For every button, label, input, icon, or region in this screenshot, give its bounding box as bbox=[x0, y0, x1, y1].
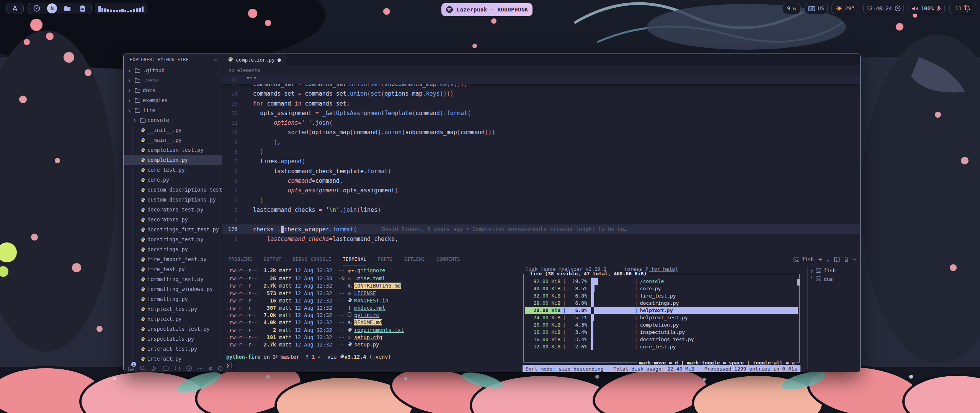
tree-item-custom_descriptions_test.[interactable]: custom_descriptions_test.… bbox=[124, 185, 222, 195]
terminal-dropdown-button[interactable]: ⌄ bbox=[826, 257, 830, 262]
dua-row-helptext_test.py[interactable]: 24.00 KiB|5.1%|helptext_test.py bbox=[525, 314, 798, 321]
code-line[interactable]: 8 ) bbox=[222, 147, 860, 156]
panel-more-button[interactable]: ⋯ bbox=[853, 257, 856, 262]
code-line[interactable]: 1 lastcommand_checks=lastcommand_checks, bbox=[222, 234, 860, 244]
file-link[interactable]: mkdocs.yml bbox=[354, 305, 385, 311]
terminal-output[interactable]: .rw-r--r-- 1.2k matt 12 Aug 12:32 -- git… bbox=[226, 267, 404, 348]
watch-icon[interactable] bbox=[186, 364, 192, 372]
tree-item-.venv[interactable]: ❯ .venv bbox=[124, 75, 222, 85]
code-line[interactable]: 176 checks =check_wrapper.format(David B… bbox=[222, 224, 860, 234]
dots-icon[interactable] bbox=[198, 364, 204, 372]
tree-item-docstrings_test.py[interactable]: docstrings_test.py bbox=[124, 234, 222, 244]
workspace-files[interactable] bbox=[60, 3, 75, 14]
search-icon[interactable] bbox=[140, 364, 146, 372]
debug-icon[interactable] bbox=[151, 364, 157, 372]
tree-item-fire[interactable]: ∨ fire bbox=[124, 105, 222, 115]
dua-row-console[interactable]: 92.00 KiB|19.7%|/console bbox=[525, 278, 798, 285]
tree-item-core_test.py[interactable]: core_test.py bbox=[124, 165, 222, 175]
tree-item-formatting.py[interactable]: formatting.py bbox=[124, 294, 222, 304]
file-listing-row[interactable]: .rw-r--r-- 16 matt 12 Aug 12:32 -- MANIF… bbox=[226, 297, 404, 304]
workspace-documents[interactable] bbox=[75, 3, 90, 14]
terminal-list-item-dua[interactable]: └dua bbox=[808, 275, 859, 283]
workspace-notes[interactable]: N bbox=[44, 3, 60, 14]
files-icon[interactable]: 1 bbox=[128, 364, 134, 372]
dua-row-fire_test.py[interactable]: 32.00 KiB|6.8%|fire_test.py bbox=[525, 292, 798, 299]
panel-tab-output[interactable]: OUTPUT bbox=[264, 253, 281, 265]
breadcrumb[interactable]: no elements bbox=[222, 65, 860, 75]
file-listing-row[interactable]: .rw-r--r-- 2.7k matt 12 Aug 12:32 -- set… bbox=[226, 341, 404, 348]
file-listing-row[interactable]: .rw-r--r-- 4.0k matt 12 Aug 12:32 -- M↓R… bbox=[226, 319, 404, 327]
tree-item-__main__.py[interactable]: __main__.py bbox=[124, 135, 222, 145]
keyboard-layout-widget[interactable]: US bbox=[805, 3, 828, 14]
weather-widget[interactable]: 29° bbox=[831, 3, 859, 14]
panel-tab-ports[interactable]: PORTS bbox=[378, 253, 393, 265]
file-link[interactable]: CONTRIBUTING.md bbox=[354, 283, 401, 289]
code-line[interactable]: 10 sorted(options_map[command].union(sub… bbox=[222, 128, 860, 137]
code-line[interactable]: 12 opts_assignment = _GetOptsAssignmentT… bbox=[222, 108, 860, 118]
explorer-menu-button[interactable]: ⋯ bbox=[214, 57, 217, 63]
volume-widget[interactable]: 100% bbox=[908, 3, 945, 14]
dua-row-core.py[interactable]: 40.00 KiB|8.5%|core.py bbox=[525, 285, 798, 292]
tree-item-inspectutils_test.py[interactable]: inspectutils_test.py bbox=[124, 324, 222, 334]
file-listing-row[interactable]: .rw-r--r-- 191 matt 12 Aug 12:32 -- ⚙set… bbox=[226, 334, 404, 341]
tree-item-fire_test.py[interactable]: fire_test.py bbox=[124, 264, 222, 274]
panel-tab-gitlens[interactable]: GITLENS bbox=[404, 253, 425, 265]
code-line[interactable]: 5 command=command, bbox=[222, 176, 860, 185]
tree-item-docstrings.py[interactable]: docstrings.py bbox=[124, 244, 222, 254]
file-link[interactable]: .gitignore bbox=[354, 267, 385, 273]
code-line[interactable]: 2 lastcommand_checks = '\n'.join(lines) bbox=[222, 205, 860, 215]
code-line[interactable]: 14 commands_set = commands_set.union(set… bbox=[222, 89, 860, 99]
file-listing-row[interactable]: .rw-r--r-- 307 matt 12 Aug 12:32 -- !mkd… bbox=[226, 304, 404, 312]
dua-row-docstrings_test.py[interactable]: 16.00 KiB|3.4%|docstrings_test.py bbox=[525, 336, 798, 343]
code-line[interactable]: 3 ) bbox=[222, 195, 860, 205]
now-playing-widget[interactable]: Lazerpunk - ROBOPHONK bbox=[441, 3, 532, 16]
file-link[interactable]: setup.py bbox=[354, 341, 379, 348]
code-line[interactable]: 4 opts_assignment=opts_assignment) bbox=[222, 186, 860, 195]
launcher-button[interactable] bbox=[6, 3, 24, 14]
tree-item-helptext_test.py[interactable]: helptext_test.py bbox=[124, 304, 222, 314]
file-listing-row[interactable]: .rw-r--r-- 573 matt 12 Aug 12:32 -- ≡LIC… bbox=[226, 290, 404, 297]
dua-row-inspectutils.py[interactable]: 16.00 KiB|3.4%|inspectutils.py bbox=[525, 328, 798, 336]
file-link[interactable]: .mise.toml bbox=[354, 275, 385, 281]
panel-tab-problems[interactable]: PROBLEMS bbox=[229, 253, 252, 265]
workspace-browser[interactable] bbox=[29, 3, 44, 14]
dua-row-completion.py[interactable]: 20.00 KiB|4.3%|completion.py bbox=[525, 321, 798, 328]
tree-item-custom_descriptions.py[interactable]: custom_descriptions.py bbox=[124, 195, 222, 205]
dua-scrollbar[interactable] bbox=[797, 279, 800, 286]
brackets-icon[interactable] bbox=[174, 364, 181, 372]
tree-item-inspectutils.py[interactable]: inspectutils.py bbox=[124, 334, 222, 344]
file-link[interactable]: MANIFEST.in bbox=[354, 298, 388, 304]
panel-tab-debug-console[interactable]: DEBUG CONSOLE bbox=[293, 253, 331, 265]
tree-item-.github[interactable]: ❯ .github bbox=[124, 65, 222, 75]
split-terminal-button[interactable] bbox=[834, 257, 840, 262]
tree-item-core.py[interactable]: core.py bbox=[124, 175, 222, 185]
dua-row-docstrings.py[interactable]: 28.00 KiB|6.0%|docstrings.py bbox=[525, 299, 798, 307]
gear-icon[interactable]: ⚙ bbox=[209, 364, 212, 372]
tree-item-completion_test.py[interactable]: completion_test.py bbox=[124, 145, 222, 155]
tree-item-fire_import_test.py[interactable]: fire_import_test.py bbox=[124, 254, 222, 264]
code-line[interactable]: 13 for command in commands_set: bbox=[222, 99, 860, 108]
tree-item-decorators_test.py[interactable]: decorators_test.py bbox=[124, 205, 222, 215]
tree-item-helptext.py[interactable]: helptext.py bbox=[124, 314, 222, 324]
tree-item-formatting_windows.py[interactable]: formatting_windows.py bbox=[124, 284, 222, 294]
notifications-widget[interactable]: 11 bbox=[949, 3, 976, 14]
tab-completion-py[interactable]: completion.py ● bbox=[222, 54, 286, 65]
sticky-scroll-line[interactable]: 47""" bbox=[222, 75, 860, 84]
file-listing-row[interactable]: .rw-r--r-- 1.2k matt 12 Aug 12:32 -- git… bbox=[226, 267, 404, 275]
tree-item-console[interactable]: ❯ console bbox=[124, 115, 222, 125]
file-link[interactable]: README.md bbox=[354, 319, 382, 325]
tab-modified-dot[interactable]: ● bbox=[278, 56, 281, 63]
updates-widget[interactable]: 9 ↻ bbox=[783, 3, 800, 14]
code-line[interactable]: 1 bbox=[222, 215, 860, 224]
code-editor[interactable]: 16 commands_set.add(name)15 commands_set… bbox=[222, 75, 860, 253]
tree-item-__init__.py[interactable]: __init__.py bbox=[124, 125, 222, 135]
shell-input-line[interactable]: ❯ bbox=[226, 362, 235, 368]
new-terminal-button[interactable]: + bbox=[818, 256, 822, 263]
code-line[interactable]: 7 lines.append( bbox=[222, 157, 860, 166]
dua-row-helptext.py[interactable]: 28.00 KiB|6.0%|helptext.py bbox=[525, 307, 798, 314]
file-link[interactable]: requirements.txt bbox=[354, 327, 404, 333]
code-line[interactable]: 11 options=' '.join( bbox=[222, 118, 860, 127]
code-line[interactable]: 6 lastcommand_check_template.format( bbox=[222, 166, 860, 176]
tree-item-examples[interactable]: ❯ examples bbox=[124, 95, 222, 105]
clock-widget[interactable]: 12:40:24 bbox=[863, 3, 904, 14]
